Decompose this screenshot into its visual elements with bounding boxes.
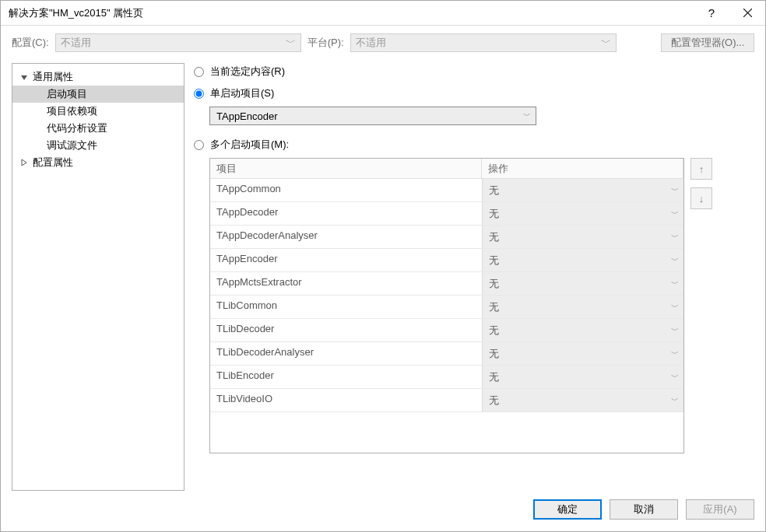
chevron-down-icon: ﹀ <box>286 36 296 50</box>
tree-label: 项目依赖项 <box>47 104 97 118</box>
projects-table[interactable]: 项目 操作 TAppCommon无﹀TAppDecoder无﹀TAppDecod… <box>209 158 684 453</box>
radio-single-input[interactable] <box>194 89 204 99</box>
chevron-down-icon: ﹀ <box>671 278 679 289</box>
chevron-down-icon: ﹀ <box>671 232 679 243</box>
table-row[interactable]: TLibDecoderAnalyser无﹀ <box>210 342 683 366</box>
single-startup-dropdown[interactable]: TAppEncoder ﹀ <box>209 107 536 125</box>
property-tree[interactable]: 通用属性 启动项目项目依赖项代码分析设置调试源文件 配置属性 <box>12 63 184 491</box>
tree-child-item[interactable]: 启动项目 <box>12 86 184 103</box>
cell-action-value: 无 <box>489 184 499 198</box>
table-header: 项目 操作 <box>210 159 683 179</box>
cell-action-dropdown[interactable]: 无﹀ <box>482 342 683 365</box>
cell-action-value: 无 <box>489 230 499 244</box>
svg-marker-2 <box>21 75 27 80</box>
cell-action-value: 无 <box>489 207 499 221</box>
tree-child-item[interactable]: 代码分析设置 <box>12 120 184 137</box>
content: 通用属性 启动项目项目依赖项代码分析设置调试源文件 配置属性 当前选定内容(R)… <box>1 57 765 495</box>
tree-label: 通用属性 <box>33 70 73 84</box>
cell-action-dropdown[interactable]: 无﹀ <box>482 319 683 341</box>
toolbar: 配置(C): 不适用 ﹀ 平台(P): 不适用 ﹀ 配置管理器(O)... <box>1 26 765 57</box>
move-up-button[interactable]: ↑ <box>690 158 712 180</box>
radio-multi-startup[interactable]: 多个启动项目(M): <box>194 136 754 153</box>
help-button[interactable]: ? <box>694 1 729 26</box>
chevron-down-icon: ﹀ <box>671 302 679 313</box>
platform-dropdown[interactable]: 不适用 ﹀ <box>350 33 617 52</box>
chevron-down-icon: ﹀ <box>671 208 679 219</box>
apply-button[interactable]: 应用(A) <box>686 499 754 520</box>
cell-action-value: 无 <box>489 370 499 384</box>
cell-project: TLibCommon <box>210 296 482 318</box>
cell-action-dropdown[interactable]: 无﹀ <box>482 249 683 271</box>
chevron-down-icon: ﹀ <box>671 348 679 359</box>
tree-root-common[interactable]: 通用属性 <box>12 68 184 86</box>
config-label: 配置(C): <box>12 36 49 50</box>
cell-action-value: 无 <box>489 347 499 361</box>
cell-project: TLibVideoIO <box>210 389 482 411</box>
arrow-down-icon: ↓ <box>699 193 705 205</box>
radio-current-input[interactable] <box>194 67 204 77</box>
cell-action-value: 无 <box>489 394 499 408</box>
radio-single-label: 单启动项目(S) <box>210 86 274 100</box>
table-row[interactable]: TLibVideoIO无﹀ <box>210 389 683 412</box>
table-row[interactable]: TAppDecoderAnalyser无﹀ <box>210 226 683 249</box>
table-row[interactable]: TLibCommon无﹀ <box>210 296 683 319</box>
tree-child-item[interactable]: 项目依赖项 <box>12 103 184 120</box>
header-action: 操作 <box>482 159 683 178</box>
tree-root-config[interactable]: 配置属性 <box>12 154 184 171</box>
platform-label: 平台(P): <box>307 36 344 50</box>
radio-current-label: 当前选定内容(R) <box>210 65 285 79</box>
header-project: 项目 <box>210 159 482 178</box>
config-dropdown[interactable]: 不适用 ﹀ <box>55 33 301 52</box>
cell-project: TLibEncoder <box>210 366 482 388</box>
chevron-down-icon: ﹀ <box>671 372 679 383</box>
cell-action-dropdown[interactable]: 无﹀ <box>482 272 683 295</box>
chevron-down-icon: ﹀ <box>601 36 611 50</box>
cell-project: TLibDecoderAnalyser <box>210 342 482 365</box>
cell-action-dropdown[interactable]: 无﹀ <box>482 226 683 248</box>
tree-label: 配置属性 <box>33 156 73 170</box>
cell-action-dropdown[interactable]: 无﹀ <box>482 179 683 201</box>
cell-action-dropdown[interactable]: 无﹀ <box>482 366 683 388</box>
close-icon <box>743 9 752 17</box>
cell-project: TAppCommon <box>210 179 482 201</box>
cell-action-dropdown[interactable]: 无﹀ <box>482 389 683 411</box>
window-title: 解决方案"HM_vc2015" 属性页 <box>9 6 694 20</box>
config-value: 不适用 <box>61 36 91 50</box>
cell-action-value: 无 <box>489 277 499 291</box>
chevron-down-icon: ﹀ <box>671 395 679 406</box>
move-down-button[interactable]: ↓ <box>690 187 712 209</box>
platform-value: 不适用 <box>356 36 386 50</box>
cell-action-value: 无 <box>489 254 499 268</box>
cell-project: TAppDecoderAnalyser <box>210 226 482 248</box>
cell-action-value: 无 <box>489 324 499 338</box>
radio-multi-label: 多个启动项目(M): <box>210 138 289 152</box>
tree-child-item[interactable]: 调试源文件 <box>12 137 184 154</box>
table-row[interactable]: TLibDecoder无﹀ <box>210 319 683 342</box>
cell-action-dropdown[interactable]: 无﹀ <box>482 296 683 318</box>
triangle-collapsed-icon <box>20 159 28 166</box>
radio-single-startup[interactable]: 单启动项目(S) <box>194 85 754 102</box>
close-button[interactable] <box>729 1 765 26</box>
multi-startup-area: 项目 操作 TAppCommon无﹀TAppDecoder无﹀TAppDecod… <box>209 158 754 453</box>
table-row[interactable]: TAppCommon无﹀ <box>210 179 683 202</box>
dialog-footer: 确定 取消 应用(A) <box>1 495 765 531</box>
table-row[interactable]: TLibEncoder无﹀ <box>210 366 683 389</box>
cell-project: TAppEncoder <box>210 249 482 271</box>
chevron-down-icon: ﹀ <box>523 110 531 121</box>
tree-label: 启动项目 <box>47 87 87 101</box>
cell-project: TAppMctsExtractor <box>210 272 482 295</box>
arrow-up-icon: ↑ <box>699 163 705 175</box>
table-row[interactable]: TAppMctsExtractor无﹀ <box>210 272 683 296</box>
config-manager-button[interactable]: 配置管理器(O)... <box>661 33 754 52</box>
cell-action-dropdown[interactable]: 无﹀ <box>482 202 683 225</box>
cell-project: TLibDecoder <box>210 319 482 341</box>
svg-marker-3 <box>22 159 26 166</box>
radio-current-selection[interactable]: 当前选定内容(R) <box>194 63 754 80</box>
table-row[interactable]: TAppEncoder无﹀ <box>210 249 683 272</box>
cell-project: TAppDecoder <box>210 202 482 225</box>
radio-multi-input[interactable] <box>194 140 204 150</box>
table-row[interactable]: TAppDecoder无﹀ <box>210 202 683 226</box>
tree-label: 调试源文件 <box>47 138 97 152</box>
cancel-button[interactable]: 取消 <box>610 499 678 520</box>
ok-button[interactable]: 确定 <box>533 499 602 520</box>
